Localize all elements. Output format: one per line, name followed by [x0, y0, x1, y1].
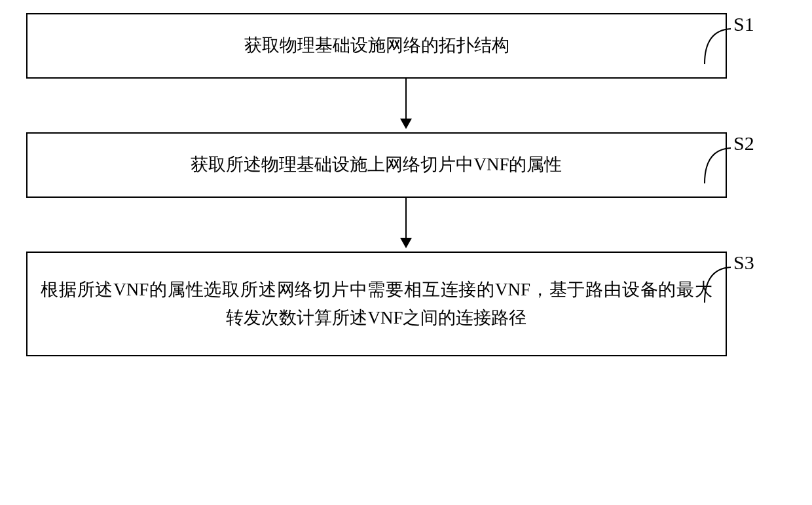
step-box-s2: 获取所述物理基础设施上网络切片中VNF的属性 — [26, 132, 727, 198]
flowchart: 获取物理基础设施网络的拓扑结构 S1 获取所述物理基础设施上网络切片中VNF的属… — [26, 13, 786, 356]
step-text-s3: 根据所述VNF的属性选取所述网络切片中需要相互连接的VNF，基于路由设备的最大转… — [41, 276, 712, 332]
step-label-s1: S1 — [727, 13, 786, 35]
step-box-s1: 获取物理基础设施网络的拓扑结构 — [26, 13, 727, 79]
connector-curve-icon — [703, 145, 732, 185]
step-text-s2: 获取所述物理基础设施上网络切片中VNF的属性 — [191, 151, 562, 179]
arrow-2 — [400, 198, 412, 252]
step-label-text-s3: S3 — [733, 252, 754, 273]
step-row-2: 获取所述物理基础设施上网络切片中VNF的属性 S2 — [26, 132, 786, 198]
step-label-s3: S3 — [727, 252, 786, 274]
arrow-line — [405, 79, 407, 119]
step-label-text-s2: S2 — [733, 132, 754, 154]
arrow-line — [405, 198, 407, 238]
arrow-head-icon — [400, 119, 412, 129]
step-row-3: 根据所述VNF的属性选取所述网络切片中需要相互连接的VNF，基于路由设备的最大转… — [26, 252, 786, 356]
step-box-s3: 根据所述VNF的属性选取所述网络切片中需要相互连接的VNF，基于路由设备的最大转… — [26, 252, 727, 356]
step-text-s1: 获取物理基础设施网络的拓扑结构 — [244, 31, 509, 60]
arrow-head-icon — [400, 238, 412, 248]
arrow-1 — [400, 79, 412, 132]
connector-curve-icon — [703, 26, 732, 65]
step-label-text-s1: S1 — [733, 13, 754, 35]
step-row-1: 获取物理基础设施网络的拓扑结构 S1 — [26, 13, 786, 79]
step-label-s2: S2 — [727, 132, 786, 155]
connector-curve-icon — [703, 265, 732, 304]
